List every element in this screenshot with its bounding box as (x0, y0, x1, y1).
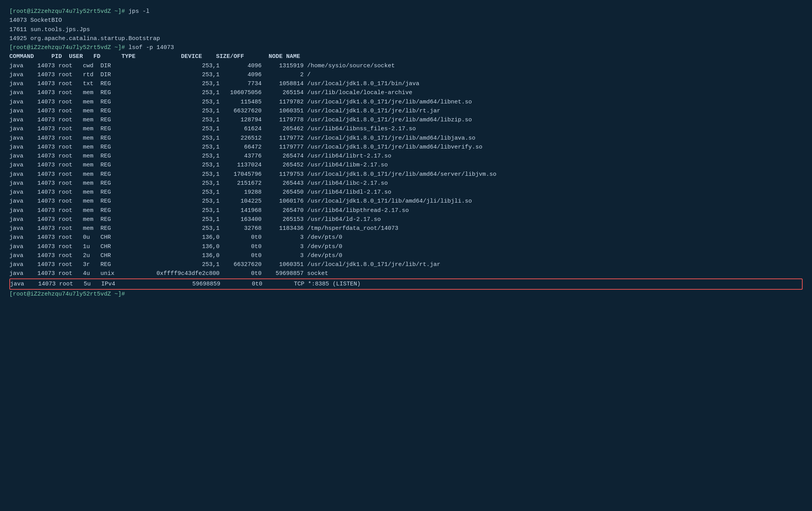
jps-output-1: 14073 SocketBIO (9, 16, 803, 25)
table-row: java 14073 root mem REG 253,1 43776 2654… (9, 152, 803, 161)
table-row: java 14073 root mem REG 253,1 1137024 26… (9, 161, 803, 170)
command-line-1: [root@iZ2zehzqu74u7ly52rt5vdZ ~]# jps -l (9, 7, 803, 16)
table-row: java 14073 root 3r REG 253,1 66327620 10… (9, 260, 803, 269)
table-row: java 14073 root mem REG 253,1 141968 265… (9, 206, 803, 215)
prompt-3: [root@iZ2zehzqu74u7ly52rt5vdZ ~]# (9, 291, 128, 298)
table-row: java 14073 root mem REG 253,1 19288 2654… (9, 188, 803, 197)
prompt-1: [root@iZ2zehzqu74u7ly52rt5vdZ ~]# (9, 8, 128, 15)
table-row: java 14073 root mem REG 253,1 2151672 26… (9, 179, 803, 188)
table-rows: java 14073 root cwd DIR 253,1 4096 13159… (9, 61, 803, 278)
table-row: java 14073 root mem REG 253,1 115485 117… (9, 98, 803, 107)
table-row: java 14073 root mem REG 253,1 163400 265… (9, 215, 803, 224)
table-row: java 14073 root rtd DIR 253,1 4096 2 / (9, 70, 803, 79)
table-row: java 14073 root txt REG 253,1 7734 10588… (9, 79, 803, 88)
prompt-2: [root@iZ2zehzqu74u7ly52rt5vdZ ~]# (9, 44, 128, 51)
highlighted-row: java 14073 root 5u IPv4 59698859 0t0 TCP… (9, 278, 803, 290)
table-row: java 14073 root mem REG 253,1 104225 106… (9, 197, 803, 206)
jps-output-2: 17611 sun.tools.jps.Jps (9, 25, 803, 34)
table-row: java 14073 root 0u CHR 136,0 0t0 3 /dev/… (9, 233, 803, 242)
jps-output-3: 14925 org.apache.catalina.startup.Bootst… (9, 34, 803, 43)
table-row: java 14073 root mem REG 253,1 106075056 … (9, 88, 803, 97)
table-row: java 14073 root mem REG 253,1 32768 1183… (9, 224, 803, 233)
table-row: java 14073 root mem REG 253,1 66472 1179… (9, 143, 803, 152)
table-row: java 14073 root 4u unix 0xffff9c43dfe2c8… (9, 269, 803, 278)
table-row: java 14073 root mem REG 253,1 66327620 1… (9, 107, 803, 116)
command-line-2: [root@iZ2zehzqu74u7ly52rt5vdZ ~]# lsof -… (9, 43, 803, 52)
table-row: java 14073 root mem REG 253,1 226512 117… (9, 134, 803, 143)
table-row: java 14073 root 2u CHR 136,0 0t0 3 /dev/… (9, 251, 803, 260)
table-row: java 14073 root cwd DIR 253,1 4096 13159… (9, 61, 803, 70)
table-row: java 14073 root mem REG 253,1 17045796 1… (9, 170, 803, 179)
cmd-2: lsof -p 14073 (128, 44, 174, 51)
table-row: java 14073 root 1u CHR 136,0 0t0 3 /dev/… (9, 242, 803, 251)
table-header: COMMAND PID USER FD TYPE DEVICE SIZE/OFF… (9, 52, 803, 61)
table-row: java 14073 root mem REG 253,1 128794 117… (9, 116, 803, 124)
prompt-final: [root@iZ2zehzqu74u7ly52rt5vdZ ~]# (9, 290, 803, 299)
cmd-1: jps -l (128, 8, 149, 15)
terminal: [root@iZ2zehzqu74u7ly52rt5vdZ ~]# jps -l… (9, 7, 803, 299)
table-row: java 14073 root mem REG 253,1 61624 2654… (9, 124, 803, 133)
